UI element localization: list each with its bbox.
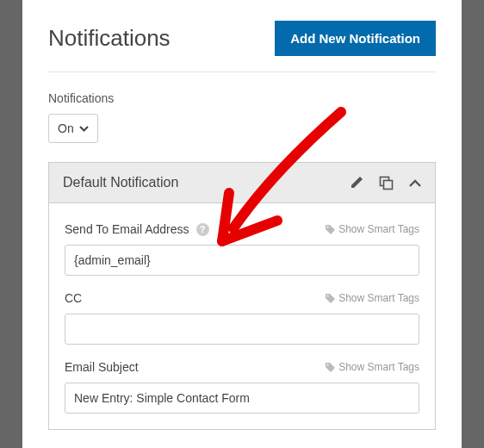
notifications-toggle-label: Notifications xyxy=(48,91,436,105)
send-to-label: Send To Email Address ? xyxy=(65,222,209,236)
show-smart-tags-link[interactable]: Show Smart Tags xyxy=(326,292,419,304)
notification-card-title: Default Notification xyxy=(63,175,178,190)
edit-icon[interactable] xyxy=(350,176,363,190)
chevron-up-icon[interactable] xyxy=(409,179,421,187)
add-notification-button[interactable]: Add New Notification xyxy=(275,21,436,56)
svg-point-4 xyxy=(327,364,329,365)
cc-row: CC Show Smart Tags xyxy=(65,291,419,345)
cc-input[interactable] xyxy=(65,314,419,345)
chevron-down-icon xyxy=(79,126,89,132)
tag-icon xyxy=(326,225,335,234)
cc-label: CC xyxy=(65,291,82,305)
svg-point-2 xyxy=(327,226,329,227)
send-to-input[interactable] xyxy=(65,245,419,276)
svg-rect-1 xyxy=(384,180,393,189)
copy-icon[interactable] xyxy=(379,176,394,190)
show-smart-tags-link[interactable]: Show Smart Tags xyxy=(326,223,419,235)
notifications-panel: Notifications Add New Notification Notif… xyxy=(22,0,462,448)
notifications-toggle[interactable]: On xyxy=(48,114,98,143)
notification-card-actions xyxy=(350,176,421,190)
subject-input[interactable] xyxy=(65,383,419,414)
tag-icon xyxy=(326,294,335,303)
show-smart-tags-link[interactable]: Show Smart Tags xyxy=(326,361,419,373)
send-to-row: Send To Email Address ? Show Smart Tags xyxy=(65,222,419,276)
subject-label: Email Subject xyxy=(65,360,139,374)
svg-point-3 xyxy=(327,295,329,296)
tag-icon xyxy=(326,363,335,372)
help-icon[interactable]: ? xyxy=(196,223,209,236)
notification-card-body: Send To Email Address ? Show Smart Tags … xyxy=(49,203,435,414)
page-title: Notifications xyxy=(48,25,171,52)
subject-row: Email Subject Show Smart Tags xyxy=(65,360,419,414)
notification-card-header: Default Notification xyxy=(49,163,435,203)
notification-card: Default Notification Send To Email Addre… xyxy=(48,162,436,430)
notifications-toggle-value: On xyxy=(58,121,74,135)
panel-header: Notifications Add New Notification xyxy=(48,21,436,72)
